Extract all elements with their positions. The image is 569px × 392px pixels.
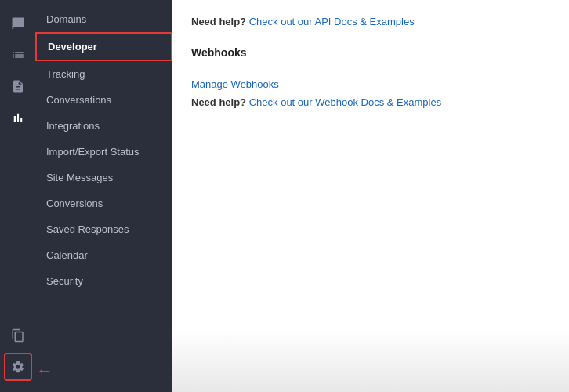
sidebar-item-conversions[interactable]: Conversions xyxy=(35,191,172,216)
icon-rail xyxy=(0,0,35,392)
chart-icon[interactable] xyxy=(4,103,32,132)
sidebar-item-security[interactable]: Security xyxy=(35,268,172,294)
sidebar-item-tracking[interactable]: Tracking xyxy=(35,61,172,87)
secondary-sidebar: Domains Developer ← Tracking Conversatio… xyxy=(35,0,172,392)
gear-icon[interactable] xyxy=(4,353,32,381)
sidebar-item-calendar[interactable]: Calendar xyxy=(35,242,172,268)
webhook-need-help-text: Need help? Check out our Webhook Docs & … xyxy=(191,96,550,108)
sidebar-item-saved-responses[interactable]: Saved Responses xyxy=(35,216,172,242)
api-need-help-text: Need help? Check out our API Docs & Exam… xyxy=(191,16,550,27)
webhook-docs-link[interactable]: Check out our Webhook Docs & Examples xyxy=(249,96,441,108)
copy-icon[interactable] xyxy=(4,321,32,350)
manage-webhooks-link[interactable]: Manage Webhooks xyxy=(191,78,279,90)
sidebar-item-developer[interactable]: Developer ← xyxy=(35,32,172,61)
list-icon[interactable] xyxy=(4,41,32,69)
sidebar-item-import-export[interactable]: Import/Export Status xyxy=(35,139,172,165)
webhooks-heading: Webhooks xyxy=(191,46,550,67)
manage-webhooks-link-container: Manage Webhooks xyxy=(191,78,550,90)
icon-rail-bottom xyxy=(0,321,35,392)
chat-icon[interactable] xyxy=(4,9,32,38)
document-icon[interactable] xyxy=(4,72,32,100)
webhooks-section: Webhooks Manage Webhooks Need help? Chec… xyxy=(191,46,550,108)
sidebar-item-conversations[interactable]: Conversations xyxy=(35,87,172,113)
sidebar-item-integrations[interactable]: Integrations xyxy=(35,113,172,139)
sidebar-item-domains[interactable]: Domains xyxy=(35,6,172,32)
api-section: Need help? Check out our API Docs & Exam… xyxy=(191,16,550,27)
main-content: Need help? Check out our API Docs & Exam… xyxy=(172,0,569,392)
api-docs-link[interactable]: Check out our API Docs & Examples xyxy=(249,16,415,27)
sidebar-item-site-messages[interactable]: Site Messages xyxy=(35,165,172,191)
